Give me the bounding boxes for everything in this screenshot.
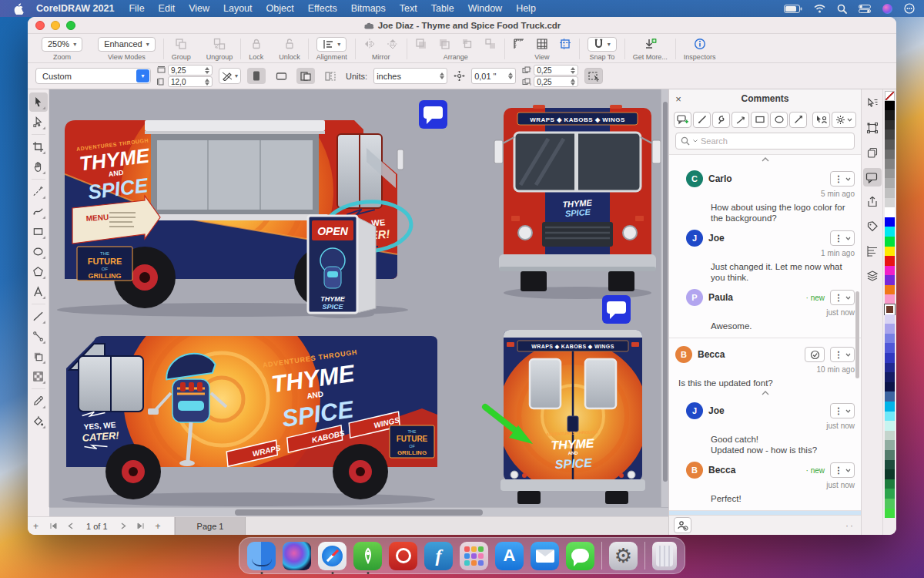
last-page-button[interactable] (132, 521, 150, 532)
pick-tool[interactable] (29, 92, 48, 112)
ellipse-annotation-button[interactable] (770, 112, 788, 128)
unlock-button[interactable]: Unlock (271, 35, 308, 62)
palette-swatch[interactable] (885, 198, 895, 208)
spotlight-icon[interactable] (837, 4, 847, 14)
palette-swatch[interactable] (885, 237, 895, 247)
menu-object[interactable]: Object (259, 3, 301, 14)
palette-swatch[interactable] (885, 159, 895, 169)
page-tab[interactable]: Page 1 (175, 517, 246, 535)
palette-swatch[interactable] (885, 412, 895, 422)
outline-style-dropdown[interactable]: ▾ (219, 68, 241, 84)
color-styles-inspector-icon[interactable] (863, 267, 882, 285)
connector-tool[interactable] (29, 327, 48, 346)
manage-collaborators-button[interactable] (674, 517, 691, 533)
palette-swatch[interactable] (885, 440, 895, 450)
inspectors-group[interactable]: Inspectors (676, 35, 724, 62)
app-store-icon[interactable]: A (495, 542, 524, 570)
polygon-tool[interactable] (29, 262, 48, 281)
freehand-tool[interactable] (29, 182, 48, 201)
palette-swatch[interactable] (885, 217, 895, 227)
comments-search-box[interactable] (675, 133, 855, 150)
curve-arrow-button[interactable] (732, 112, 749, 128)
palette-swatch[interactable] (885, 91, 895, 101)
palette-swatch[interactable] (885, 275, 895, 285)
palette-swatch[interactable] (885, 391, 895, 402)
close-panel-icon[interactable]: × (669, 93, 688, 105)
more-icon[interactable] (904, 3, 915, 14)
comment-joe-1[interactable]: J Joe ⋮ 1 min ago Just changed it. Let m… (686, 230, 855, 283)
palette-swatch[interactable] (885, 207, 895, 217)
add-page-end-button[interactable]: + (150, 521, 166, 532)
palette-swatch[interactable] (885, 314, 895, 324)
comment-menu-button[interactable]: ⋮ (830, 171, 855, 187)
palette-swatch[interactable] (885, 421, 895, 431)
search-input[interactable] (701, 136, 849, 146)
zoom-level-dropdown[interactable]: 250%▾ (42, 37, 82, 52)
zoom-window-button[interactable] (66, 21, 75, 30)
comments-inspector-icon[interactable] (863, 168, 882, 187)
palette-swatch[interactable] (885, 256, 895, 266)
apple-menu[interactable] (9, 3, 28, 15)
vertical-scroll-thumb[interactable] (663, 102, 668, 482)
canvas-horizontal-scrollbar[interactable] (49, 507, 668, 516)
shadow-tool[interactable] (29, 347, 48, 366)
ungroup-button[interactable]: Ungroup (199, 35, 241, 62)
palette-swatch[interactable] (885, 101, 895, 111)
palette-swatch[interactable] (885, 294, 895, 304)
menu-file[interactable]: File (122, 3, 151, 14)
menu-bitmaps[interactable]: Bitmaps (344, 3, 393, 14)
duplicate-y-field[interactable]: 0,25 (534, 76, 578, 87)
shape-tool[interactable] (29, 113, 48, 132)
units-dropdown[interactable]: inches (373, 68, 447, 84)
comment-marker-2[interactable] (602, 295, 631, 324)
interactive-fill-tool[interactable] (29, 412, 48, 431)
comment-joe-2[interactable]: J Joe ⋮ just now Good catch! Updated now… (686, 402, 855, 455)
page-preset-dropdown[interactable]: Custom▾ (35, 68, 151, 84)
comment-menu-button[interactable]: ⋮ (830, 230, 855, 246)
control-center-icon[interactable] (859, 5, 871, 13)
menu-help[interactable]: Help (509, 3, 543, 14)
siri-dock-icon[interactable] (283, 542, 311, 570)
titlebar[interactable]: Joe Diaz - Thyme and Spice Food Truck.cd… (28, 17, 896, 34)
landscape-orientation-button[interactable] (272, 68, 290, 84)
close-window-button[interactable] (35, 21, 45, 30)
palette-swatch[interactable] (885, 499, 895, 509)
palette-swatch[interactable] (885, 188, 895, 198)
palette-swatch[interactable] (885, 372, 895, 382)
palette-swatch[interactable] (885, 110, 895, 120)
palette-swatch[interactable] (885, 353, 895, 363)
palette-swatch[interactable] (885, 382, 895, 392)
wifi-icon[interactable] (814, 5, 825, 13)
canvas-vertical-scrollbar[interactable] (661, 89, 668, 507)
transform-inspector-icon[interactable] (863, 119, 882, 137)
duplicate-x-field[interactable]: 0,25 (534, 65, 578, 76)
mirror-horizontal-icon[interactable] (363, 38, 376, 50)
safari-icon[interactable] (318, 542, 346, 570)
palette-swatch[interactable] (885, 509, 895, 519)
text-tool[interactable] (29, 282, 48, 301)
properties-inspector-icon[interactable] (863, 94, 882, 113)
rectangle-annotation-button[interactable] (751, 112, 768, 128)
photo-paint-icon[interactable] (389, 542, 417, 570)
menu-effects[interactable]: Effects (301, 3, 344, 14)
arrow-annotation-button[interactable] (789, 112, 807, 128)
palette-swatch[interactable] (885, 178, 895, 188)
menu-text[interactable]: Text (393, 3, 424, 14)
trash-icon[interactable] (652, 542, 677, 570)
comment-paula-1[interactable]: P Paula · new ⋮ just now Awesome. (686, 289, 855, 331)
artistic-media-tool[interactable] (29, 202, 48, 221)
comment-menu-button[interactable]: ⋮ (830, 290, 855, 305)
to-front-icon[interactable] (415, 38, 427, 50)
palette-swatch[interactable] (885, 247, 895, 257)
alignment-dropdown[interactable]: ▾ (316, 37, 346, 52)
line-tool[interactable] (29, 307, 48, 326)
guidelines-inspector-icon[interactable] (863, 242, 882, 260)
palette-swatch[interactable] (885, 304, 895, 314)
finder-icon[interactable] (247, 542, 276, 570)
search-filter-chevron[interactable] (693, 139, 698, 143)
first-page-button[interactable] (44, 521, 62, 532)
grid-icon[interactable] (536, 38, 548, 50)
comment-thread-3-selected[interactable]: C Carlo ⋮ 29 min ago Cool design! (669, 511, 861, 515)
collapse-replies-icon[interactable] (669, 155, 861, 163)
portrait-orientation-button[interactable] (247, 68, 266, 84)
